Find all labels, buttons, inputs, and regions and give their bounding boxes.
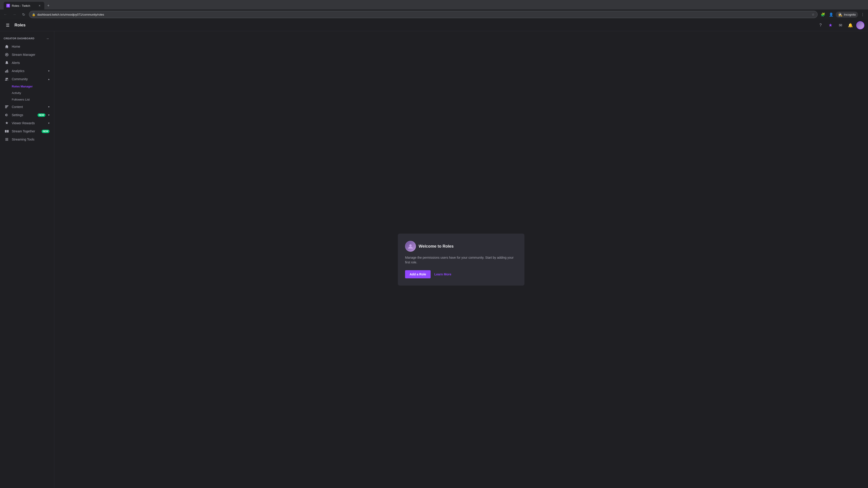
sidebar-item-analytics[interactable]: Analytics ▾ — [1, 67, 53, 75]
incognito-label: Incognito — [844, 13, 856, 16]
welcome-description: Manage the permissions users have for yo… — [405, 255, 517, 265]
settings-icon — [4, 113, 9, 117]
sidebar-sub-item-roles-manager[interactable]: Roles Manager — [1, 83, 53, 90]
svg-point-6 — [6, 78, 7, 79]
followers-list-label: Followers List — [12, 98, 30, 101]
content-icon — [4, 105, 9, 109]
welcome-card: Welcome to Roles Manage the permissions … — [398, 234, 524, 286]
hamburger-button[interactable]: ☰ — [4, 21, 12, 29]
sidebar-community-label: Community — [12, 77, 45, 81]
sidebar-section-label: CREATOR DASHBOARD ↔ — [0, 33, 54, 42]
add-role-button[interactable]: Add a Role — [405, 270, 431, 278]
avatar-button[interactable] — [856, 21, 864, 29]
settings-new-badge: NEW — [37, 113, 45, 117]
activity-label: Activity — [12, 91, 21, 95]
svg-rect-5 — [8, 70, 8, 72]
incognito-icon: 🕵️ — [838, 12, 842, 17]
active-tab[interactable]: T Roles - Twitch × — [4, 2, 44, 9]
svg-rect-9 — [5, 106, 8, 107]
top-app-bar: ☰ Roles ? ✉ 🔔 — [0, 20, 868, 31]
svg-rect-10 — [5, 107, 7, 108]
creator-goals-button[interactable] — [827, 21, 835, 29]
svg-point-13 — [409, 244, 412, 247]
sidebar-content-label: Content — [12, 105, 45, 109]
sidebar-sub-item-followers-list[interactable]: Followers List — [1, 96, 53, 103]
home-icon — [4, 44, 9, 49]
collapse-sidebar-button[interactable]: ↔ — [45, 36, 51, 41]
address-bar[interactable]: 🔒 dashboard.twitch.tv/u/moodjoy071/commu… — [29, 11, 817, 18]
sidebar-settings-label: Settings — [12, 113, 35, 117]
sidebar-item-community[interactable]: Community ▴ — [1, 75, 53, 83]
svg-rect-12 — [7, 130, 8, 133]
url-display: dashboard.twitch.tv/u/moodjoy071/communi… — [37, 13, 810, 16]
help-button[interactable]: ? — [816, 21, 825, 29]
svg-rect-8 — [5, 105, 8, 106]
analytics-chevron-icon: ▾ — [48, 69, 50, 72]
svg-rect-11 — [5, 130, 6, 133]
settings-chevron-icon: ▾ — [48, 113, 50, 117]
bookmark-icon[interactable]: ☆ — [812, 13, 815, 16]
svg-rect-3 — [6, 70, 7, 72]
tab-bar: T Roles - Twitch × + — [0, 0, 868, 9]
stream-together-new-badge: NEW — [41, 130, 50, 133]
tab-favicon: T — [6, 4, 10, 7]
profile-button[interactable]: 👤 — [828, 11, 835, 18]
roles-manager-label: Roles Manager — [12, 85, 33, 88]
inbox-button[interactable]: ✉ — [836, 21, 844, 29]
welcome-avatar — [405, 241, 416, 252]
refresh-button[interactable]: ↻ — [20, 11, 27, 18]
analytics-icon — [4, 69, 9, 73]
svg-rect-4 — [7, 70, 8, 73]
back-button[interactable]: ← — [2, 11, 9, 18]
top-bar-right-icons: ? ✉ 🔔 — [816, 21, 864, 29]
alerts-icon — [4, 61, 9, 65]
svg-point-7 — [7, 78, 8, 79]
sidebar-item-alerts[interactable]: Alerts — [1, 59, 53, 67]
app: ☰ Roles ? ✉ 🔔 CREATOR DASHBOARD ↔ — [0, 20, 868, 488]
sidebar-item-content[interactable]: Content ▾ — [1, 103, 53, 111]
sidebar: CREATOR DASHBOARD ↔ Home — [0, 31, 54, 488]
stream-together-icon — [4, 129, 9, 133]
community-icon — [4, 77, 9, 81]
sidebar-alerts-label: Alerts — [12, 61, 50, 65]
sidebar-item-home[interactable]: Home — [1, 42, 53, 51]
learn-more-link[interactable]: Learn More — [434, 272, 451, 276]
sidebar-item-stream-together[interactable]: Stream Together NEW — [1, 127, 53, 135]
viewer-rewards-chevron-icon: ▾ — [48, 122, 50, 125]
stream-manager-icon — [4, 53, 9, 57]
sidebar-item-viewer-rewards[interactable]: Viewer Rewards ▾ — [1, 119, 53, 127]
sidebar-streaming-tools-label: Streaming Tools — [12, 138, 50, 141]
incognito-badge[interactable]: 🕵️ Incognito — [836, 11, 858, 18]
notifications-button[interactable]: 🔔 — [846, 21, 855, 29]
welcome-card-header: Welcome to Roles — [405, 241, 517, 252]
main-layout: CREATOR DASHBOARD ↔ Home — [0, 31, 868, 488]
browser-header-icons: 🧩 👤 🕵️ Incognito ⋮ — [819, 11, 866, 18]
streaming-tools-icon — [4, 137, 9, 142]
svg-rect-2 — [5, 71, 6, 72]
welcome-actions: Add a Role Learn More — [405, 270, 517, 278]
svg-point-1 — [6, 54, 7, 55]
page-title: Roles — [14, 23, 816, 28]
extensions-button[interactable]: 🧩 — [819, 11, 827, 18]
address-bar-row: ← → ↻ 🔒 dashboard.twitch.tv/u/moodjoy071… — [0, 9, 868, 20]
content-chevron-icon: ▾ — [48, 105, 50, 108]
sidebar-analytics-label: Analytics — [12, 69, 45, 73]
tab-title: Roles - Twitch — [12, 4, 36, 7]
sidebar-item-settings[interactable]: Settings NEW ▾ — [1, 111, 53, 119]
viewer-rewards-icon — [4, 121, 9, 125]
sidebar-item-stream-manager[interactable]: Stream Manager — [1, 51, 53, 59]
sidebar-home-label: Home — [12, 45, 50, 48]
avatar-image — [857, 22, 864, 29]
welcome-title: Welcome to Roles — [418, 244, 454, 249]
main-content: Welcome to Roles Manage the permissions … — [54, 31, 868, 488]
sidebar-stream-together-label: Stream Together — [12, 129, 39, 133]
sidebar-item-streaming-tools[interactable]: Streaming Tools — [1, 135, 53, 143]
sidebar-stream-manager-label: Stream Manager — [12, 53, 50, 57]
community-chevron-icon: ▴ — [48, 77, 50, 80]
browser-chrome: T Roles - Twitch × + ← → ↻ 🔒 dashboard.t… — [0, 0, 868, 20]
sidebar-sub-item-activity[interactable]: Activity — [1, 90, 53, 96]
more-options-button[interactable]: ⋮ — [859, 11, 866, 18]
forward-button[interactable]: → — [11, 11, 18, 18]
tab-close-button[interactable]: × — [37, 4, 41, 8]
new-tab-button[interactable]: + — [45, 2, 52, 9]
